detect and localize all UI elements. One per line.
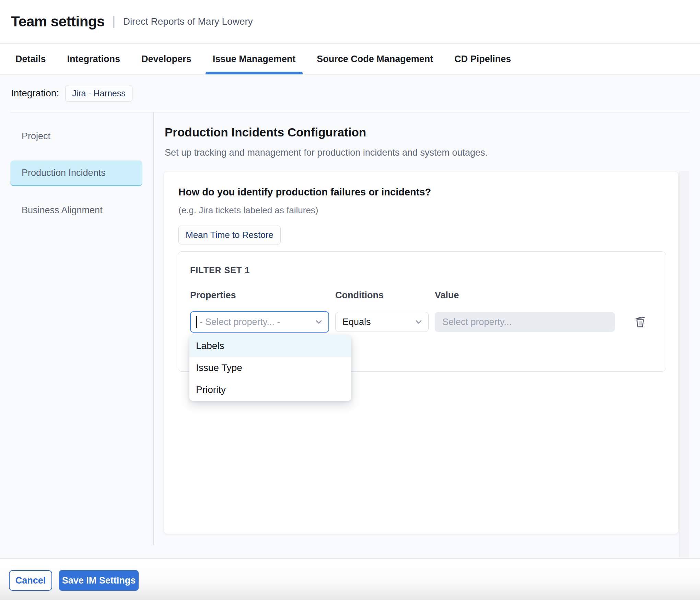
section-subtitle: Set up tracking and management for produ… — [165, 147, 488, 158]
text-cursor — [196, 316, 197, 328]
property-select[interactable]: - Select property... - — [190, 311, 329, 333]
dropdown-option-labels[interactable]: Labels — [189, 335, 351, 357]
tab-cd-pipelines[interactable]: CD Pipelines — [444, 44, 522, 74]
sidebar-divider — [153, 112, 154, 545]
filter-set-title: FILTER SET 1 — [190, 265, 250, 275]
chevron-down-icon — [414, 317, 423, 327]
sidebar-item-production-incidents[interactable]: Production Incidents — [10, 160, 142, 186]
question-hint: (e.g. Jira tickets labeled as failures) — [178, 205, 318, 216]
footer-bar: Cancel Save IM Settings — [0, 558, 700, 600]
property-dropdown: Labels Issue Type Priority — [189, 335, 351, 401]
mean-time-to-restore-tab[interactable]: Mean Time to Restore — [178, 226, 281, 244]
tab-integrations[interactable]: Integrations — [57, 44, 131, 74]
incidents-config-card: How do you identify production failures … — [163, 171, 679, 534]
scrollbar-track[interactable] — [679, 171, 689, 557]
properties-column-label: Properties — [190, 290, 236, 301]
integration-row: Integration: Jira - Harness — [11, 82, 132, 104]
condition-select-value: Equals — [342, 317, 371, 327]
property-select-placeholder: - Select property... - — [200, 317, 280, 327]
sidebar-item-business-alignment[interactable]: Business Alignment — [10, 197, 142, 223]
integration-chip[interactable]: Jira - Harness — [65, 85, 132, 102]
horizontal-divider — [10, 112, 690, 112]
tab-issue-management[interactable]: Issue Management — [202, 44, 306, 74]
title-separator: | — [112, 14, 116, 28]
sidebar-item-project[interactable]: Project — [10, 123, 142, 149]
filter-set-panel: FILTER SET 1 Properties Conditions Value… — [178, 251, 666, 372]
settings-tabbar: Details Integrations Developers Issue Ma… — [0, 44, 700, 74]
value-input-placeholder: Select property... — [442, 317, 512, 327]
value-column-label: Value — [435, 290, 459, 301]
tab-developers[interactable]: Developers — [131, 44, 202, 74]
delete-filter-button[interactable] — [632, 313, 649, 331]
settings-sidebar: Project Production Incidents Business Al… — [10, 123, 142, 223]
question-heading: How do you identify production failures … — [178, 187, 431, 198]
tab-source-code-management[interactable]: Source Code Management — [306, 44, 444, 74]
tab-details[interactable]: Details — [5, 44, 57, 74]
page-title: Team settings — [11, 13, 105, 30]
team-name-subtitle: Direct Reports of Mary Lowery — [123, 16, 253, 27]
dropdown-option-issue-type[interactable]: Issue Type — [189, 357, 351, 379]
chevron-down-icon — [314, 317, 324, 327]
integration-label: Integration: — [11, 88, 59, 99]
section-title: Production Incidents Configuration — [165, 125, 366, 139]
dropdown-option-priority[interactable]: Priority — [189, 379, 351, 401]
conditions-column-label: Conditions — [335, 290, 384, 301]
save-im-settings-button[interactable]: Save IM Settings — [59, 570, 139, 591]
value-input[interactable]: Select property... — [435, 312, 615, 332]
condition-select[interactable]: Equals — [335, 312, 429, 332]
cancel-button[interactable]: Cancel — [9, 570, 52, 591]
page-header: Team settings | Direct Reports of Mary L… — [0, 0, 700, 44]
trash-icon — [633, 314, 648, 330]
